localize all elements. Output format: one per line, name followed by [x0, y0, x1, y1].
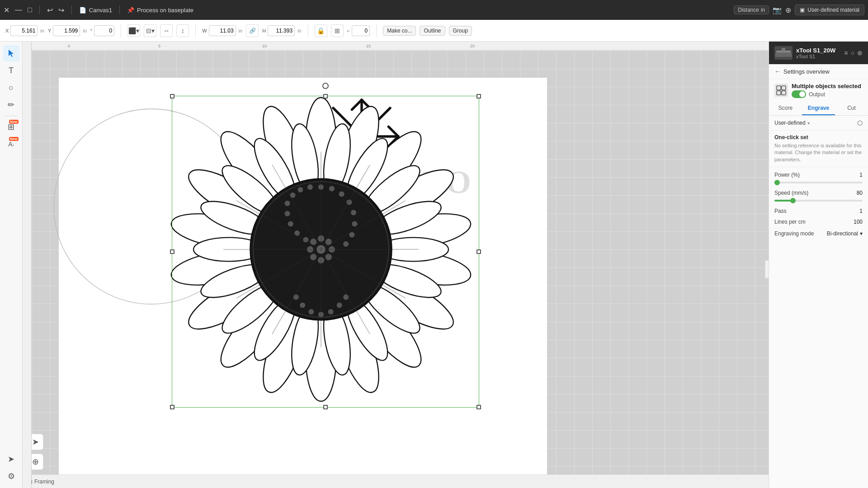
redo-button[interactable]: ↪: [58, 6, 64, 14]
x-label: X: [5, 28, 9, 33]
framing-button[interactable]: ⊞ Framing: [28, 479, 54, 485]
svg-point-53: [339, 192, 344, 197]
engraving-mode-row: Engraving mode Bi-directional ▾: [774, 230, 863, 238]
shape-icon: ○: [9, 83, 14, 93]
flip-h-button[interactable]: ↔: [160, 24, 173, 37]
minimize-button[interactable]: —: [15, 6, 22, 14]
corners-input[interactable]: [352, 25, 370, 36]
svg-point-81: [326, 254, 332, 260]
power-thumb[interactable]: [774, 180, 780, 185]
tab-engrave[interactable]: Engrave: [802, 102, 835, 115]
lock-ratio-button[interactable]: 🔗: [246, 24, 259, 37]
svg-point-60: [297, 187, 303, 192]
object-header: Multiple objects selected Output: [769, 79, 868, 102]
undo-button[interactable]: ↩: [47, 6, 53, 14]
make-cutout-button[interactable]: Make co...: [383, 26, 416, 36]
toolbar-sep2: [195, 24, 196, 37]
device-header: xTool S1_20W xTool S1 ≡ ○ ⊕: [769, 42, 868, 64]
text-icon: T: [9, 66, 14, 75]
outline-button[interactable]: Outline: [420, 26, 445, 36]
svg-point-56: [352, 221, 357, 227]
svg-point-63: [285, 211, 290, 216]
engraving-dropdown-arrow: ▾: [860, 230, 863, 237]
device-monitor-icon[interactable]: ○: [851, 49, 854, 56]
svg-rect-98: [777, 86, 781, 90]
material-icon: ▣: [800, 7, 805, 13]
output-row: Output: [792, 90, 861, 98]
bottom-status-bar: ⊞ Framing: [23, 474, 769, 488]
y-label: Y: [48, 28, 51, 33]
svg-point-71: [308, 309, 314, 314]
one-click-section: One-click set No setting reference is av…: [769, 131, 868, 167]
right-panel: xTool S1_20W xTool S1 ≡ ○ ⊕ ← Settings o…: [769, 42, 868, 488]
svg-point-72: [300, 303, 305, 308]
move-icon: ➤: [8, 454, 14, 464]
sidebar-item-grid[interactable]: ⊞ New: [3, 119, 19, 135]
svg-rect-101: [782, 91, 786, 95]
panel-collapse-button[interactable]: ›: [765, 260, 769, 278]
material-dropdown-arrow: ▾: [807, 121, 810, 126]
group-lock-button[interactable]: ⊞: [331, 24, 344, 37]
sidebar-item-text[interactable]: T: [3, 62, 19, 79]
power-slider[interactable]: [774, 180, 863, 185]
x-input[interactable]: [10, 25, 38, 36]
tab-score[interactable]: Score: [769, 102, 802, 115]
svg-point-64: [288, 221, 293, 227]
output-toggle[interactable]: [792, 90, 806, 98]
object-icon: [774, 84, 788, 97]
device-target-icon[interactable]: ⊕: [857, 49, 863, 56]
engraving-mode-select[interactable]: Bi-directional ▾: [827, 230, 863, 237]
sidebar-item-shape[interactable]: ○: [3, 80, 19, 96]
sunflower-object[interactable]: [158, 87, 484, 412]
material-button[interactable]: ▣ User-defined material: [795, 5, 864, 15]
close-button[interactable]: ✕: [4, 6, 9, 14]
svg-point-58: [343, 241, 349, 247]
sidebar-separator: [5, 116, 18, 116]
back-to-settings[interactable]: ← Settings overview: [769, 64, 868, 79]
lock-button[interactable]: 🔒: [315, 24, 327, 37]
toolbar-sep3: [308, 24, 308, 37]
group-button[interactable]: Group: [449, 26, 472, 36]
power-track: [774, 182, 863, 183]
svg-point-68: [328, 309, 334, 314]
export-settings-icon[interactable]: ⬡: [857, 119, 863, 127]
flip-v-button[interactable]: ↕: [176, 24, 189, 37]
camera-icon[interactable]: 📷: [773, 6, 782, 14]
speed-track: [774, 200, 863, 202]
angle-input[interactable]: [94, 25, 114, 36]
device-settings-icon[interactable]: ≡: [844, 49, 848, 56]
width-input[interactable]: [209, 25, 236, 36]
ai-icon: Aᵢ: [8, 141, 14, 148]
material-select[interactable]: User-defined ▾: [774, 120, 854, 126]
distribute-dropdown[interactable]: ⊟▾: [144, 24, 156, 37]
draw-icon: ✏: [8, 100, 14, 110]
align-dropdown[interactable]: ⬛▾: [127, 24, 140, 37]
processing-tabs: Score Engrave Cut: [769, 102, 868, 116]
maximize-button[interactable]: □: [28, 6, 32, 14]
sidebar-item-ai[interactable]: Aᵢ New: [3, 136, 19, 152]
horizontal-ruler: 0 5 10 15 20: [23, 42, 769, 51]
material-row: User-defined ▾ ⬡: [769, 116, 868, 131]
file-icon: 📄: [79, 7, 86, 14]
h-label: H: [262, 28, 266, 33]
svg-point-80: [310, 239, 316, 245]
speed-thumb[interactable]: [790, 198, 796, 203]
sidebar-item-move[interactable]: ➤: [3, 451, 19, 467]
left-sidebar: T ○ ✏ ⊞ New Aᵢ New ➤ ⚙: [0, 42, 23, 488]
separator: [39, 5, 40, 14]
svg-rect-99: [782, 86, 786, 90]
speed-param: Speed (mm/s) 80: [774, 190, 863, 203]
sidebar-item-select[interactable]: [3, 45, 19, 61]
tab-cut[interactable]: Cut: [835, 102, 868, 115]
height-input[interactable]: [268, 25, 295, 36]
sidebar-item-settings[interactable]: ⚙: [3, 468, 19, 484]
w-label: W: [202, 28, 207, 33]
canvas-area[interactable]: 0 5 10 15 20 HELLO: [23, 42, 769, 488]
y-input[interactable]: [53, 25, 80, 36]
crosshair-icon[interactable]: ⊕: [785, 6, 791, 14]
sidebar-item-draw[interactable]: ✏: [3, 97, 19, 113]
main-area: T ○ ✏ ⊞ New Aᵢ New ➤ ⚙ 0 5 10 15: [0, 42, 868, 488]
top-bar: ✕ — □ ↩ ↪ 📄 Canvas1 📌 Process on basepla…: [0, 0, 868, 20]
speed-slider[interactable]: [774, 198, 863, 203]
speed-header: Speed (mm/s) 80: [774, 190, 863, 196]
